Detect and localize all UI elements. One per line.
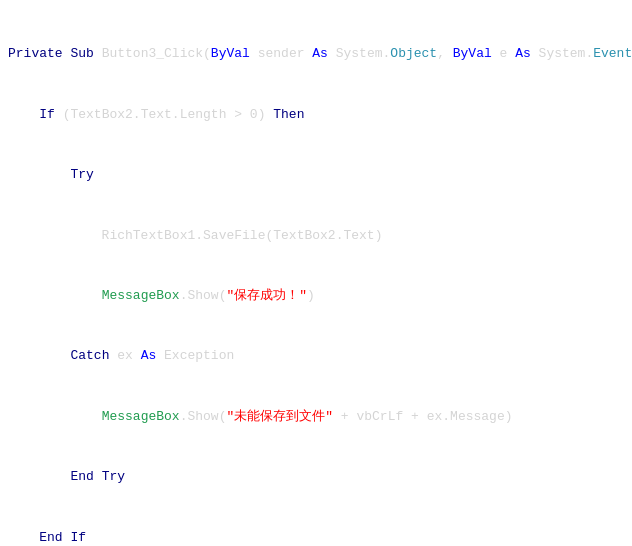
line-b1l8: End Try: [8, 467, 624, 487]
line-b1l5: MessageBox.Show("保存成功！"): [8, 286, 624, 306]
line-b1l9: End If: [8, 528, 624, 546]
line-b1l1: Private Sub Button3_Click(ByVal sender A…: [8, 44, 624, 64]
line-b1l3: Try: [8, 165, 624, 185]
line-b1l4: RichTextBox1.SaveFile(TextBox2.Text): [8, 226, 624, 246]
line-b1l7: MessageBox.Show("未能保存到文件" + vbCrLf + ex.…: [8, 407, 624, 427]
line-b1l2: If (TextBox2.Text.Length > 0) Then: [8, 105, 624, 125]
code-block-1: Private Sub Button3_Click(ByVal sender A…: [0, 0, 632, 546]
code-container: Private Sub Button3_Click(ByVal sender A…: [0, 0, 632, 546]
line-b1l6: Catch ex As Exception: [8, 346, 624, 366]
